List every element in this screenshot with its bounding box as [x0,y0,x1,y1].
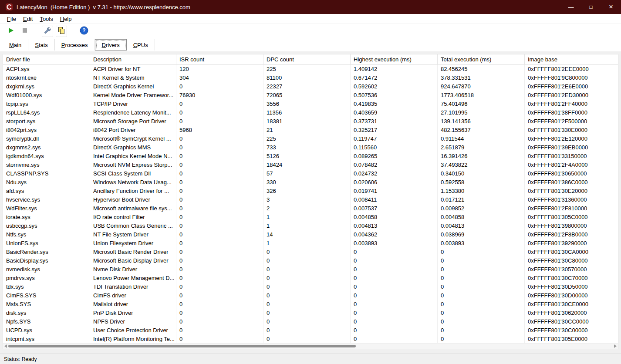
copy-pages-icon [57,27,65,36]
table-row[interactable]: stornvme.sysMicrosoft NVM Express Storp.… [3,161,618,169]
table-row[interactable]: WdFilter.sysMicrosoft antimalware file s… [3,204,618,213]
scrollbar-track[interactable] [8,344,613,349]
table-row[interactable]: Ndu.sysWindows Network Data Usag...03300… [3,178,618,187]
tab-stats[interactable]: Stats [28,39,55,51]
table-row[interactable]: dxgmms2.sysDirectX Graphics MMS07330.115… [3,143,618,152]
table-cell: 0.020606 [351,178,438,187]
table-row[interactable]: i8042prt.sysi8042 Port Driver5968210.325… [3,126,618,135]
table-cell: 0xFFFFF801'30650000 [525,169,618,178]
table-row[interactable]: pmdrvs.sysLenovo Power Management D...00… [3,274,618,283]
column-header-isr-count[interactable]: ISR count [176,54,263,64]
table-cell: Hypervisor Boot Driver [90,195,176,204]
table-row[interactable]: tcpip.sysTCP/IP Driver035560.41983575.40… [3,100,618,108]
app-logo-icon [5,3,13,11]
menu-edit[interactable]: Edit [20,14,36,24]
copy-report-button[interactable] [56,26,67,37]
tab-cpus[interactable]: CPUs [127,39,155,51]
table-row[interactable]: BasicDisplay.sysMicrosoft Basic Display … [3,256,618,265]
close-button[interactable]: × [601,0,621,14]
table-row[interactable]: symcryptk.dllMicrosoft® SymCrypt Kernel … [3,135,618,143]
column-header-description[interactable]: Description [90,54,176,64]
tab-main[interactable]: Main [3,39,28,51]
table-row[interactable]: ntoskrnl.exeNT Kernel & System304811000.… [3,74,618,82]
menu-file[interactable]: File [3,14,20,24]
table-cell: Resplendence Latency Monit... [90,108,176,117]
table-row[interactable]: rspLLL64.sysResplendence Latency Monit..… [3,108,618,117]
stop-monitor-button[interactable] [19,26,30,37]
column-header-driver-file[interactable]: Driver file [3,54,90,64]
table-row[interactable]: afd.sysAncillary Function Driver for ...… [3,187,618,195]
scroll-left-arrow[interactable] [3,344,8,349]
table-row[interactable]: storport.sysMicrosoft Storage Port Drive… [3,117,618,126]
table-cell: 0 [176,117,263,126]
table-cell: 0.671472 [351,74,438,82]
column-header-total-execution[interactable]: Total execution (ms) [438,54,525,64]
tab-drivers[interactable]: Drivers [95,39,127,51]
table-cell: 0xFFFFF801'2F500000 [525,117,618,126]
table-row[interactable]: Npfs.SYSNPFS Driver00000xFFFFF801'30CC00… [3,317,618,326]
table-row[interactable]: BasicRender.sysMicrosoft Basic Render Dr… [3,248,618,256]
table-row[interactable]: tdx.sysTDI Translation Driver00000xFFFFF… [3,283,618,291]
table-row[interactable]: UCPD.sysUser Choice Protection Driver000… [3,326,618,335]
status-bar: Status: Ready [0,354,621,364]
table-row[interactable]: dxgkrnl.sysDirectX Graphics Kernel022327… [3,82,618,91]
table-cell: 0 [438,274,525,283]
table-cell: 0 [438,335,525,343]
table-cell: 0xFFFFF801'305C0000 [525,213,618,222]
table-row[interactable]: iorate.sysI/O rate control Filter010.004… [3,213,618,222]
tab-processes[interactable]: Processes [55,39,95,51]
table-cell: 304 [176,74,263,82]
table-cell: dxgmms2.sys [3,143,90,152]
table-cell: 72065 [263,91,351,100]
table-row[interactable]: Wdf01000.sysKernel Mode Driver Framewor.… [3,91,618,100]
table-cell: ACPI Driver for NT [90,65,176,74]
table-row[interactable]: disk.sysPnP Disk Driver00000xFFFFF801'30… [3,309,618,317]
table-row[interactable]: Ntfs.sysNT File System Driver0140.004362… [3,230,618,239]
table-row[interactable]: ACPI.sysACPI Driver for NT1202251.409142… [3,65,618,74]
table-cell: 0xFFFFF801'30CA0000 [525,248,618,256]
table-row[interactable]: hvservice.sysHypervisor Boot Driver030.0… [3,195,618,204]
table-cell: Msfs.SYS [3,300,90,309]
table-row[interactable]: usbccgp.sysUSB Common Class Generic ...0… [3,222,618,230]
table-cell: 0.592602 [351,82,438,91]
table-cell: DirectX Graphics Kernel [90,82,176,91]
tab-bar: Main Stats Processes Drivers CPUs [0,38,621,51]
help-button[interactable]: ? [78,26,90,37]
scroll-right-arrow[interactable] [613,344,618,349]
table-cell: 0xFFFFF801'31360000 [525,195,618,204]
column-header-image-base[interactable]: Image base [525,54,618,64]
column-header-highest-execution[interactable]: Highest execution (ms) [351,54,438,64]
table-row[interactable]: igdkmdn64.sysIntel Graphics Kernel Mode … [3,152,618,161]
table-cell: 0xFFFFF801'2E6E0000 [525,82,618,91]
options-button[interactable] [42,26,53,37]
table-cell: intcpmt.sys [3,335,90,343]
table-row[interactable]: nvmedisk.sysNvme Disk Driver00000xFFFFF8… [3,265,618,274]
table-cell: BasicDisplay.sys [3,256,90,265]
menu-help[interactable]: Help [57,14,75,24]
minimize-button[interactable]: — [561,0,581,14]
maximize-button[interactable]: □ [581,0,601,14]
table-cell: 0 [351,291,438,300]
tab-cpus-label: CPUs [133,42,148,48]
table-cell: i8042 Port Driver [90,126,176,135]
table-cell: 0.373731 [351,117,438,126]
table-cell: 3 [263,195,351,204]
table-row[interactable]: CLASSPNP.SYSSCSI Class System Dll0570.02… [3,169,618,178]
table-cell: 0 [438,300,525,309]
table-row[interactable]: CimFS.SYSCimFS driver00000xFFFFF801'30D0… [3,291,618,300]
table-cell: 0 [176,309,263,317]
table-cell: 0.592558 [438,178,525,187]
menu-tools[interactable]: Tools [36,14,56,24]
table-row[interactable]: intcpmt.sysIntel(R) Platform Monitoring … [3,335,618,343]
table-row[interactable]: UnionFS.sysUnion Filesystem Driver010.00… [3,239,618,248]
table-cell: 0 [176,265,263,274]
start-monitor-button[interactable] [5,26,17,37]
table-row[interactable]: Msfs.SYSMailslot driver00000xFFFFF801'30… [3,300,618,309]
table-cell: 0 [176,274,263,283]
horizontal-scrollbar[interactable] [3,343,618,349]
column-header-dpc-count[interactable]: DPC count [263,54,351,64]
scrollbar-thumb[interactable] [8,345,356,347]
table-cell: 0xFFFFF801'2EEE0000 [525,65,618,74]
table-cell: DirectX Graphics MMS [90,143,176,152]
table-cell: 0 [176,161,263,169]
